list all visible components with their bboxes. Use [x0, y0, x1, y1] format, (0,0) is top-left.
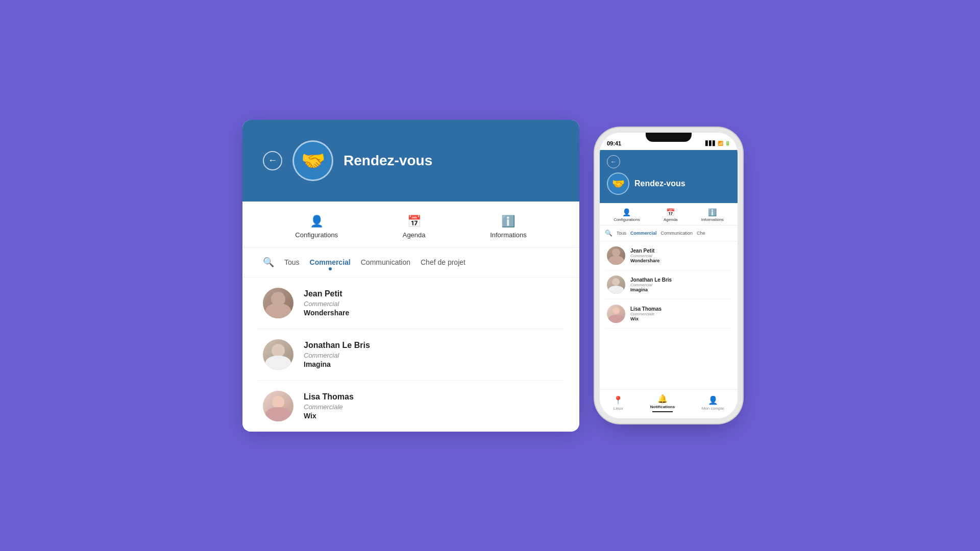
phone-notch	[646, 133, 692, 142]
wifi-icon: 📶	[718, 141, 723, 146]
phone-back-button[interactable]: ←	[607, 155, 620, 168]
contact-company: Wondershare	[630, 258, 659, 263]
table-row[interactable]: Jean Petit Commercial Wondershare	[258, 278, 564, 329]
filter-commercial[interactable]: Commercial	[310, 257, 351, 267]
phone-tab-configurations-label: Configurations	[614, 217, 640, 222]
tab-informations-label: Informations	[490, 231, 527, 239]
avatar	[607, 305, 625, 323]
contact-info: Lisa Thomas Commerciale Wix	[630, 306, 662, 321]
nav-notifications[interactable]: 🔔 Notifications	[645, 394, 680, 412]
contact-role: Commercial	[304, 352, 370, 359]
tab-agenda-label: Agenda	[403, 231, 426, 239]
phone-bottom-nav: 📍 Lieux 🔔 Notifications 👤 Mon compte	[600, 389, 738, 418]
signal-icon: ▋▋▋	[705, 141, 716, 146]
table-row[interactable]: Jonathan Le Bris Commercial Imagina	[258, 329, 564, 381]
desktop-header: ← 🤝 Rendez-vous	[242, 120, 579, 202]
avatar	[607, 276, 625, 294]
contact-name: Jean Petit	[304, 289, 349, 298]
nav-mon-compte[interactable]: 👤 Mon compte	[697, 395, 729, 411]
desktop-tab-bar: 👤 Configurations 📅 Agenda ℹ️ Information…	[242, 202, 579, 247]
contact-name: Lisa Thomas	[630, 306, 662, 312]
informations-icon: ℹ️	[501, 215, 515, 228]
filter-chef-de-projet[interactable]: Chef de projet	[421, 257, 465, 267]
tab-configurations[interactable]: 👤 Configurations	[287, 212, 346, 242]
nav-notifications-label: Notifications	[650, 405, 675, 409]
phone-filter-tous[interactable]: Tous	[617, 231, 626, 236]
phone-tab-agenda[interactable]: 📅 Agenda	[659, 207, 682, 223]
tab-informations[interactable]: ℹ️ Informations	[482, 212, 535, 242]
avatar	[263, 339, 293, 370]
contact-info: Lisa Thomas Commerciale Wix	[304, 392, 354, 420]
lieux-icon: 📍	[613, 395, 623, 405]
phone-tab-informations-label: Informations	[701, 217, 724, 222]
phone-tab-configurations[interactable]: 👤 Configurations	[609, 207, 644, 223]
battery-icon: 🔋	[725, 141, 730, 146]
phone-status-icons: ▋▋▋ 📶 🔋	[705, 141, 730, 146]
nav-mon-compte-label: Mon compte	[702, 406, 724, 411]
phone-agenda-icon: 📅	[666, 208, 675, 216]
filter-tous[interactable]: Tous	[284, 257, 300, 267]
phone-page-title: Rendez-vous	[634, 179, 685, 188]
contact-info: Jonathan Le Bris Commercial Imagina	[630, 277, 672, 292]
agenda-icon: 📅	[407, 215, 421, 228]
mon-compte-icon: 👤	[708, 395, 718, 405]
contact-company: Wondershare	[304, 309, 349, 317]
list-item[interactable]: Lisa Thomas Commerciale Wix	[605, 299, 732, 329]
phone-frame: 09:41 ▋▋▋ 📶 🔋 ← 🤝 Rendez-vous 👤	[600, 133, 738, 418]
contact-name: Jean Petit	[630, 248, 659, 254]
contact-name: Jonathan Le Bris	[304, 341, 370, 350]
phone-filter-commercial[interactable]: Commercial	[630, 231, 657, 236]
contact-role: Commerciale	[304, 403, 354, 411]
contact-info: Jean Petit Commercial Wondershare	[304, 289, 349, 317]
rendez-vous-icon-circle: 🤝	[292, 140, 333, 181]
avatar	[263, 391, 293, 421]
phone-configurations-icon: 👤	[622, 208, 631, 216]
phone-search-icon[interactable]: 🔍	[605, 230, 612, 237]
nav-lieux[interactable]: 📍 Lieux	[608, 395, 628, 411]
phone-contact-list: Jean Petit Commercial Wondershare Jonath…	[600, 241, 738, 389]
desktop-search-icon[interactable]: 🔍	[263, 257, 274, 268]
table-row[interactable]: Lisa Thomas Commerciale Wix	[258, 381, 564, 432]
phone-filter-communication[interactable]: Communication	[661, 231, 693, 236]
contact-role: Commercial	[630, 254, 659, 258]
phone-tab-informations[interactable]: ℹ️ Informations	[697, 207, 728, 223]
contact-role: Commercial	[630, 283, 672, 287]
avatar	[263, 288, 293, 318]
contact-info: Jean Petit Commercial Wondershare	[630, 248, 659, 263]
contact-role: Commerciale	[630, 312, 662, 316]
contact-company: Imagina	[304, 360, 370, 368]
phone-filter-che[interactable]: Che	[697, 231, 705, 236]
tab-configurations-label: Configurations	[295, 231, 338, 239]
phone-filter-bar: 🔍 Tous Commercial Communication Che	[600, 226, 738, 241]
configurations-icon: 👤	[310, 215, 324, 228]
desktop-contact-list: Jean Petit Commercial Wondershare Jonath…	[242, 278, 579, 432]
handshake-icon: 🤝	[301, 149, 325, 172]
notifications-icon: 🔔	[657, 394, 668, 404]
tab-agenda[interactable]: 📅 Agenda	[395, 212, 434, 242]
phone-informations-icon: ℹ️	[708, 208, 717, 216]
list-item[interactable]: Jean Petit Commercial Wondershare	[605, 241, 732, 270]
phone-tab-bar: 👤 Configurations 📅 Agenda ℹ️ Information…	[600, 203, 738, 226]
desktop-filter-bar: 🔍 Tous Commercial Communication Chef de …	[242, 247, 579, 278]
filter-communication[interactable]: Communication	[361, 257, 410, 267]
phone-handshake-icon: 🤝	[607, 172, 629, 195]
nav-lieux-label: Lieux	[614, 406, 623, 411]
contact-name: Jonathan Le Bris	[630, 277, 672, 283]
phone-content: ← 🤝 Rendez-vous 👤 Configurations 📅 Agend…	[600, 150, 738, 418]
active-tab-indicator	[652, 411, 673, 412]
desktop-card: ← 🤝 Rendez-vous 👤 Configurations 📅 Agend…	[242, 120, 579, 432]
phone-header-row: 🤝 Rendez-vous	[607, 172, 730, 195]
contact-company: Wix	[304, 412, 354, 420]
contact-company: Imagina	[630, 287, 672, 292]
phone-wrapper: 09:41 ▋▋▋ 📶 🔋 ← 🤝 Rendez-vous 👤	[600, 133, 738, 418]
list-item[interactable]: Jonathan Le Bris Commercial Imagina	[605, 270, 732, 299]
avatar	[607, 246, 625, 265]
phone-header: ← 🤝 Rendez-vous	[600, 150, 738, 203]
phone-tab-agenda-label: Agenda	[664, 217, 678, 222]
desktop-back-button[interactable]: ←	[263, 151, 282, 170]
contact-company: Wix	[630, 316, 662, 321]
phone-time: 09:41	[607, 140, 621, 146]
contact-role: Commercial	[304, 300, 349, 308]
contact-info: Jonathan Le Bris Commercial Imagina	[304, 341, 370, 368]
desktop-page-title: Rendez-vous	[344, 153, 432, 169]
